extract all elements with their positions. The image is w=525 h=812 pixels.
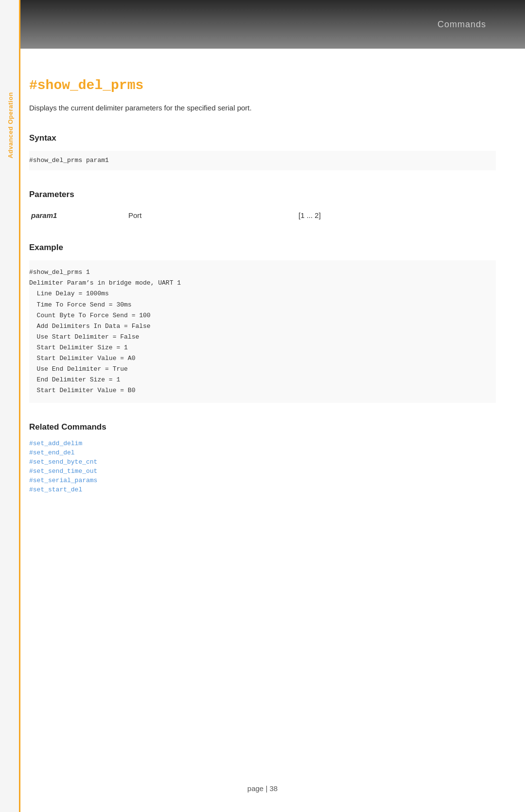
command-title: #show_del_prms xyxy=(29,78,496,93)
main-content: #show_del_prms Displays the current deli… xyxy=(29,49,496,561)
left-sidebar: Advanced Operation xyxy=(0,0,20,812)
related-section: Related Commands #set_add_delim#set_end_… xyxy=(29,422,496,493)
related-links: #set_add_delim#set_end_del#set_send_byte… xyxy=(29,440,496,493)
related-header: Related Commands xyxy=(29,422,496,432)
param-description: Port xyxy=(126,207,297,223)
command-description: Displays the current delimiter parameter… xyxy=(29,103,496,114)
related-command-link[interactable]: #set_send_time_out xyxy=(29,468,496,475)
example-section: Example #show_del_prms 1 Delimiter Param… xyxy=(29,243,496,403)
sidebar-label-container: Advanced Operation xyxy=(0,122,20,129)
param-name: param1 xyxy=(29,207,126,223)
page-footer: page | 38 xyxy=(0,784,525,793)
related-command-link[interactable]: #set_add_delim xyxy=(29,440,496,447)
related-command-link[interactable]: #set_send_byte_cnt xyxy=(29,458,496,466)
header-title: Commands xyxy=(438,19,486,30)
related-command-link[interactable]: #set_end_del xyxy=(29,449,496,456)
top-header: Commands xyxy=(0,0,525,49)
syntax-header: Syntax xyxy=(29,133,496,143)
related-command-link[interactable]: #set_start_del xyxy=(29,486,496,493)
example-code: #show_del_prms 1 Delimiter Param’s in br… xyxy=(29,260,496,403)
param-range: [1 ... 2] xyxy=(297,207,496,223)
table-row: param1Port[1 ... 2] xyxy=(29,207,496,223)
parameters-section: Parameters param1Port[1 ... 2] xyxy=(29,190,496,223)
page-number: page | 38 xyxy=(247,784,278,793)
example-header: Example xyxy=(29,243,496,253)
sidebar-label: Advanced Operation xyxy=(7,92,14,158)
parameters-table: param1Port[1 ... 2] xyxy=(29,207,496,223)
syntax-code: #show_del_prms param1 xyxy=(29,151,496,171)
parameters-header: Parameters xyxy=(29,190,496,199)
related-command-link[interactable]: #set_serial_params xyxy=(29,477,496,484)
